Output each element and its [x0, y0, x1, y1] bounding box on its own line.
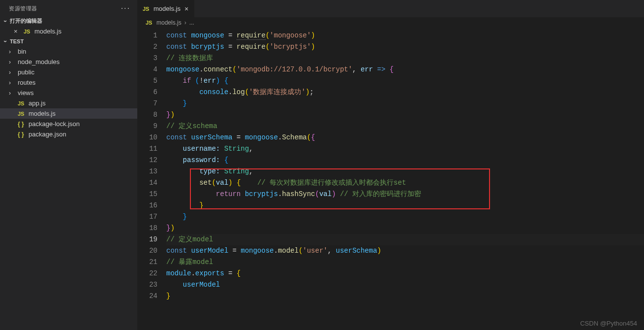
- line-number: 9: [138, 121, 157, 132]
- chevron-right-icon: ›: [9, 48, 15, 55]
- code-line[interactable]: userModel: [166, 279, 644, 291]
- code-line[interactable]: // 定义model: [166, 234, 644, 245]
- code-line[interactable]: type: String,: [166, 166, 644, 177]
- file-item[interactable]: JSapp.js: [0, 98, 137, 108]
- tab-label: models.js: [153, 5, 181, 12]
- item-label: public: [18, 68, 34, 76]
- line-number: 5: [138, 75, 157, 87]
- code-line[interactable]: const mongoose = require('mongoose'): [166, 30, 644, 41]
- item-label: models.js: [29, 110, 56, 117]
- open-editors-label: 打开的编辑器: [10, 17, 42, 25]
- line-number: 22: [138, 268, 157, 279]
- watermark-text: CSDN @Python454: [580, 320, 637, 327]
- code-line[interactable]: module.exports = {: [166, 268, 644, 279]
- code-line[interactable]: }: [166, 98, 644, 109]
- code-line[interactable]: // 暴露model: [166, 257, 644, 268]
- code-line[interactable]: }): [166, 223, 644, 234]
- code-line[interactable]: console.log('数据库连接成功');: [166, 87, 644, 98]
- json-file-icon: { }: [18, 121, 26, 128]
- file-label: models.js: [34, 28, 61, 35]
- js-file-icon: JS: [18, 100, 26, 106]
- chevron-right-icon: ›: [9, 59, 15, 66]
- chevron-right-icon: ›: [184, 19, 186, 26]
- line-number: 3: [138, 53, 157, 64]
- open-editor-item[interactable]: ×JSmodels.js: [0, 26, 137, 36]
- js-file-icon: JS: [18, 111, 26, 117]
- line-number: 15: [138, 189, 157, 200]
- code-line[interactable]: }: [166, 291, 644, 302]
- code-line[interactable]: mongoose.connect('mongodb://127.0.0.1/bc…: [166, 64, 644, 75]
- code-line[interactable]: const userModel = mongoose.model('user',…: [166, 245, 644, 257]
- line-number: 16: [138, 200, 157, 211]
- code-editor[interactable]: 123456789101112131415161718192021222324 …: [138, 28, 644, 330]
- line-number: 14: [138, 177, 157, 189]
- item-label: routes: [18, 79, 35, 86]
- folder-item[interactable]: ›routes: [0, 77, 137, 88]
- root-folder-header[interactable]: › TEST: [0, 36, 137, 46]
- line-number: 19: [138, 234, 157, 245]
- line-number: 4: [138, 64, 157, 75]
- chevron-right-icon: ›: [9, 90, 15, 97]
- chevron-right-icon: ›: [9, 69, 15, 76]
- code-line[interactable]: return bcryptjs.hashSync(val) // 对入库的密码进…: [166, 189, 644, 200]
- line-number: 17: [138, 211, 157, 223]
- item-label: app.js: [29, 99, 46, 107]
- file-item[interactable]: { }package-lock.json: [0, 119, 137, 129]
- code-line[interactable]: const userSchema = mongoose.Schema({: [166, 132, 644, 143]
- close-tab-icon[interactable]: ×: [184, 5, 189, 13]
- item-label: package.json: [29, 131, 66, 138]
- open-editors-header[interactable]: › 打开的编辑器: [0, 16, 137, 26]
- item-label: node_modules: [18, 58, 60, 66]
- code-line[interactable]: const bcryptjs = require('bcryptjs'): [166, 41, 644, 53]
- code-line[interactable]: set(val) { // 每次对数据库进行修改或插入时都会执行set: [166, 177, 644, 189]
- breadcrumb[interactable]: JS models.js › ...: [138, 17, 644, 28]
- code-line[interactable]: // 连接数据库: [166, 53, 644, 64]
- line-number: 23: [138, 279, 157, 291]
- code-line[interactable]: }: [166, 211, 644, 223]
- tab-bar: JS models.js ×: [138, 0, 644, 17]
- line-number: 13: [138, 166, 157, 177]
- line-number: 2: [138, 41, 157, 53]
- folder-item[interactable]: ›bin: [0, 46, 137, 57]
- sidebar-header: 资源管理器 ···: [0, 0, 137, 16]
- code-line[interactable]: }): [166, 109, 644, 121]
- line-number: 21: [138, 257, 157, 268]
- folder-item[interactable]: ›public: [0, 67, 137, 77]
- item-label: bin: [18, 48, 26, 55]
- js-file-icon: JS: [24, 29, 31, 34]
- more-actions-icon[interactable]: ···: [121, 4, 130, 13]
- line-number: 18: [138, 223, 157, 234]
- file-item[interactable]: JSmodels.js: [0, 108, 137, 119]
- folder-item[interactable]: ›node_modules: [0, 57, 137, 67]
- line-number: 6: [138, 87, 157, 98]
- line-number: 1: [138, 30, 157, 41]
- editor-area: JS models.js × JS models.js › ... 123456…: [138, 0, 644, 330]
- code-line[interactable]: if (!err) {: [166, 75, 644, 87]
- js-file-icon: JS: [146, 20, 153, 26]
- sidebar-title: 资源管理器: [9, 5, 37, 12]
- breadcrumb-file: models.js: [156, 19, 182, 26]
- line-number: 20: [138, 245, 157, 257]
- close-icon[interactable]: ×: [14, 28, 21, 35]
- item-label: views: [18, 89, 34, 97]
- line-number: 12: [138, 155, 157, 166]
- line-number-gutter: 123456789101112131415161718192021222324: [138, 30, 166, 330]
- item-label: package-lock.json: [29, 120, 80, 128]
- code-line[interactable]: password: {: [166, 155, 644, 166]
- file-item[interactable]: { }package.json: [0, 129, 137, 139]
- code-line[interactable]: }: [166, 200, 644, 211]
- code-line[interactable]: username: String,: [166, 143, 644, 155]
- code-line[interactable]: // 定义schema: [166, 121, 644, 132]
- chevron-down-icon: ›: [2, 18, 9, 25]
- js-file-icon: JS: [143, 6, 151, 12]
- chevron-right-icon: ›: [9, 79, 15, 86]
- line-number: 7: [138, 98, 157, 109]
- folder-item[interactable]: ›views: [0, 88, 137, 98]
- line-number: 10: [138, 132, 157, 143]
- breadcrumb-dots: ...: [189, 19, 194, 26]
- tab-models-js[interactable]: JS models.js ×: [138, 0, 195, 17]
- root-folder-label: TEST: [10, 38, 24, 44]
- chevron-down-icon: ›: [2, 38, 9, 45]
- line-number: 11: [138, 143, 157, 155]
- code-body[interactable]: const mongoose = require('mongoose')cons…: [166, 30, 644, 330]
